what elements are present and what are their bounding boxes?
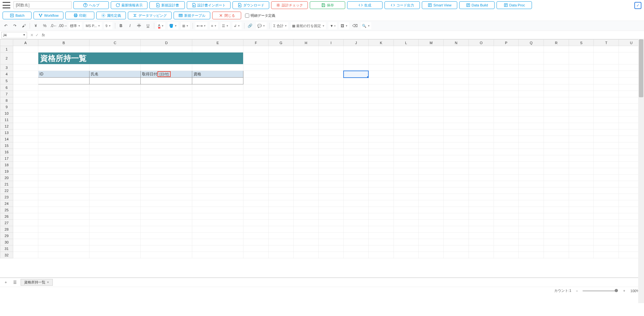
row-header[interactable]: 15	[0, 142, 13, 149]
grid-cell[interactable]	[393, 142, 419, 149]
grid-cell[interactable]	[90, 194, 141, 200]
grid-cell[interactable]	[192, 213, 243, 220]
grid-cell[interactable]	[594, 53, 619, 64]
grid-cell[interactable]	[519, 226, 544, 233]
grid-cell[interactable]	[469, 155, 494, 162]
grid-cell[interactable]	[368, 233, 393, 239]
decimal-dec-icon[interactable]: .0←	[51, 23, 57, 29]
grid-cell[interactable]	[469, 181, 494, 187]
grid-cell[interactable]	[293, 71, 318, 78]
grid-cell[interactable]	[419, 91, 444, 97]
grid-cell[interactable]	[569, 97, 594, 104]
grid-cell[interactable]	[544, 162, 569, 168]
grid-cell[interactable]	[293, 129, 318, 136]
grid-cell[interactable]	[494, 129, 519, 136]
grid-cell[interactable]	[393, 78, 419, 84]
grid-cell[interactable]	[38, 110, 89, 117]
grid-cell[interactable]	[469, 149, 494, 155]
grid-cell[interactable]	[293, 181, 318, 187]
grid-cell[interactable]	[344, 175, 369, 181]
grid-cell[interactable]	[13, 168, 38, 175]
grid-cell[interactable]	[469, 91, 494, 97]
row-header[interactable]: 5	[0, 78, 13, 84]
grid-cell[interactable]	[269, 187, 294, 194]
grid-cell[interactable]	[368, 46, 393, 53]
grid-cell[interactable]	[469, 142, 494, 149]
grid-cell[interactable]	[90, 142, 141, 149]
grid-cell[interactable]	[419, 207, 444, 213]
grid-cell[interactable]	[192, 97, 243, 104]
data-proc-button[interactable]: Data Proc	[497, 1, 532, 9]
grid-cell[interactable]	[594, 194, 619, 200]
grid-cell[interactable]	[13, 220, 38, 226]
grid-cell[interactable]	[318, 97, 344, 104]
table-data-cell[interactable]	[38, 78, 89, 84]
grid-cell[interactable]	[519, 110, 544, 117]
grid-cell[interactable]	[293, 84, 318, 91]
grid-cell[interactable]	[13, 71, 38, 78]
grid-cell[interactable]	[569, 123, 594, 129]
grid-cell[interactable]	[38, 175, 89, 181]
grid-cell[interactable]	[318, 142, 344, 149]
grid-cell[interactable]	[90, 187, 141, 194]
row-header[interactable]: 24	[0, 200, 13, 207]
grid-cell[interactable]	[344, 149, 369, 155]
grid-cell[interactable]	[569, 207, 594, 213]
grid-cell[interactable]	[569, 78, 594, 84]
grid-cell[interactable]	[293, 200, 318, 207]
grid-cell[interactable]	[243, 117, 269, 123]
grid-cell[interactable]	[368, 129, 393, 136]
row-header[interactable]: 31	[0, 245, 13, 252]
grid-cell[interactable]	[192, 226, 243, 233]
col-header[interactable]: R	[544, 40, 569, 46]
grid-cell[interactable]	[90, 84, 141, 91]
grid-cell[interactable]	[13, 117, 38, 123]
link-icon[interactable]: 🔗	[247, 23, 253, 29]
grid-cell[interactable]	[243, 71, 269, 78]
grid-cell[interactable]	[519, 252, 544, 258]
grid-cell[interactable]	[368, 168, 393, 175]
grid-cell[interactable]	[368, 123, 393, 129]
grid-cell[interactable]	[393, 53, 419, 64]
grid-cell[interactable]	[293, 187, 318, 194]
grid-cell[interactable]	[544, 91, 569, 97]
col-header[interactable]: J	[344, 40, 369, 46]
grid-cell[interactable]	[569, 142, 594, 149]
grid-cell[interactable]	[293, 233, 318, 239]
grid-cell[interactable]	[192, 91, 243, 97]
grid-cell[interactable]	[269, 64, 294, 71]
grid-cell[interactable]	[419, 226, 444, 233]
row-header[interactable]: 10	[0, 110, 13, 117]
row-header[interactable]: 4	[0, 71, 13, 78]
grid-cell[interactable]	[469, 84, 494, 91]
grid-cell[interactable]	[90, 123, 141, 129]
grid-cell[interactable]	[13, 110, 38, 117]
grid-cell[interactable]	[594, 155, 619, 162]
grid-cell[interactable]	[243, 64, 269, 71]
grid-cell[interactable]	[444, 136, 469, 142]
grid-cell[interactable]	[141, 110, 192, 117]
grid-cell[interactable]	[469, 245, 494, 252]
grid-cell[interactable]	[90, 220, 141, 226]
grid-cell[interactable]	[318, 226, 344, 233]
grid-cell[interactable]	[90, 226, 141, 233]
grid-cell[interactable]	[419, 142, 444, 149]
grid-cell[interactable]	[269, 252, 294, 258]
strike-icon[interactable]: 干	[136, 23, 142, 29]
grid-cell[interactable]	[243, 162, 269, 168]
grid-cell[interactable]	[38, 104, 89, 110]
grid-cell[interactable]	[141, 97, 192, 104]
grid-cell[interactable]	[269, 110, 294, 117]
grid-cell[interactable]	[90, 110, 141, 117]
grid-cell[interactable]	[13, 136, 38, 142]
grid-cell[interactable]	[444, 117, 469, 123]
grid-cell[interactable]	[293, 110, 318, 117]
grid-cell[interactable]	[519, 71, 544, 78]
grid-cell[interactable]	[344, 84, 369, 91]
grid-cell[interactable]	[469, 53, 494, 64]
grid-cell[interactable]	[569, 233, 594, 239]
grid-cell[interactable]	[393, 220, 419, 226]
grid-cell[interactable]	[293, 213, 318, 220]
grid-cell[interactable]	[544, 97, 569, 104]
search-dropdown[interactable]: 🔍▼	[361, 22, 371, 29]
